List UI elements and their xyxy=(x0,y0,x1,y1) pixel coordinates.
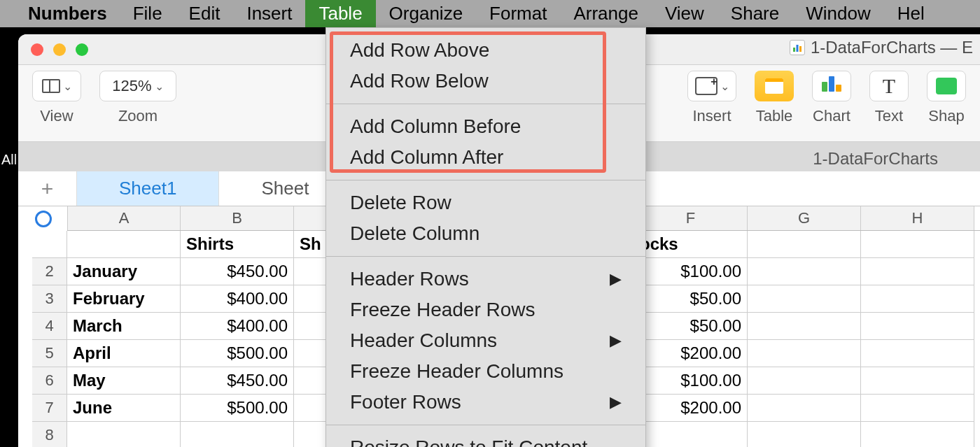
cell[interactable] xyxy=(861,367,974,395)
cell[interactable]: $450.00 xyxy=(181,367,294,395)
row-5[interactable]: 5 xyxy=(32,340,67,367)
col-B[interactable]: B xyxy=(181,206,294,230)
cell[interactable] xyxy=(748,258,861,285)
menu-footer-rows[interactable]: Footer Rows▶ xyxy=(326,387,645,418)
row-8[interactable]: 8 xyxy=(32,422,67,447)
cell[interactable]: ocks xyxy=(634,231,748,258)
cell[interactable]: June xyxy=(67,395,181,422)
document-title-text: 1-DataForCharts — E xyxy=(811,38,973,57)
cell[interactable]: February xyxy=(67,285,181,313)
tab-sheet1[interactable]: Sheet1 xyxy=(77,171,219,206)
menu-delete-column[interactable]: Delete Column xyxy=(326,218,645,249)
menubar: Numbers File Edit Insert Table Organize … xyxy=(0,0,980,27)
cell[interactable]: $500.00 xyxy=(181,395,294,422)
cell[interactable]: January xyxy=(67,258,181,285)
fullscreen-icon[interactable] xyxy=(76,43,88,56)
menu-help[interactable]: Hel xyxy=(884,0,938,27)
cell[interactable] xyxy=(748,395,861,422)
cell[interactable]: $200.00 xyxy=(634,340,748,367)
menu-add-column-before[interactable]: Add Column Before xyxy=(326,111,645,142)
menu-organize[interactable]: Organize xyxy=(376,0,477,27)
menu-header-rows[interactable]: Header Rows▶ xyxy=(326,264,645,295)
insert-button[interactable]: ⌄ xyxy=(687,71,736,101)
cell[interactable]: $200.00 xyxy=(634,395,748,422)
cell[interactable] xyxy=(748,422,861,447)
view-button[interactable]: ⌄ xyxy=(32,71,81,101)
cell[interactable] xyxy=(748,367,861,395)
menu-share[interactable]: Share xyxy=(718,0,792,27)
sheet-name-label: 1-DataForCharts xyxy=(813,149,938,169)
cell[interactable] xyxy=(748,231,861,258)
menu-add-row-below[interactable]: Add Row Below xyxy=(326,66,645,97)
cell[interactable] xyxy=(861,313,974,340)
chevron-down-icon: ⌄ xyxy=(155,80,164,93)
menu-table[interactable]: Table xyxy=(305,0,375,27)
table-menu-dropdown: Add Row Above Add Row Below Add Column B… xyxy=(326,27,646,447)
cell[interactable]: $50.00 xyxy=(634,285,748,313)
col-F[interactable]: F xyxy=(634,206,748,230)
cell[interactable] xyxy=(67,422,181,447)
cell[interactable] xyxy=(634,422,748,447)
menu-freeze-header-columns[interactable]: Freeze Header Columns xyxy=(326,356,645,387)
col-A[interactable]: A xyxy=(67,206,181,230)
cell[interactable]: $100.00 xyxy=(634,258,748,285)
text-button[interactable]: T xyxy=(869,71,909,101)
left-black-strip: All xyxy=(0,0,18,447)
row-7[interactable]: 7 xyxy=(32,395,67,422)
menu-insert[interactable]: Insert xyxy=(233,0,305,27)
cell[interactable] xyxy=(67,231,181,258)
cell[interactable] xyxy=(861,340,974,367)
minimize-icon[interactable] xyxy=(53,43,66,56)
cell[interactable] xyxy=(748,285,861,313)
col-H[interactable]: H xyxy=(861,206,974,230)
cell[interactable]: $50.00 xyxy=(634,313,748,340)
app-name[interactable]: Numbers xyxy=(0,3,120,24)
add-sheet-button[interactable]: + xyxy=(18,171,77,206)
zoom-button[interactable]: 125%⌄ xyxy=(99,71,176,101)
insert-icon xyxy=(695,77,718,95)
view-label: View xyxy=(40,107,73,125)
shape-button[interactable] xyxy=(927,71,966,101)
row-2[interactable]: 2 xyxy=(32,258,67,285)
row-3[interactable]: 3 xyxy=(32,285,67,313)
menu-edit[interactable]: Edit xyxy=(176,0,234,27)
menu-freeze-header-rows[interactable]: Freeze Header Rows xyxy=(326,295,645,325)
cell[interactable] xyxy=(861,285,974,313)
cell[interactable]: $400.00 xyxy=(181,313,294,340)
cell[interactable]: $400.00 xyxy=(181,285,294,313)
cell[interactable] xyxy=(861,231,974,258)
menu-window[interactable]: Window xyxy=(792,0,883,27)
cell[interactable]: May xyxy=(67,367,181,395)
menu-add-column-after[interactable]: Add Column After xyxy=(326,142,645,173)
cell[interactable] xyxy=(861,395,974,422)
row-6[interactable]: 6 xyxy=(32,367,67,395)
cell[interactable] xyxy=(748,313,861,340)
cell[interactable]: $100.00 xyxy=(634,367,748,395)
cell[interactable]: Shirts xyxy=(181,231,294,258)
cell[interactable]: March xyxy=(67,313,181,340)
menu-header-columns[interactable]: Header Columns▶ xyxy=(326,325,645,356)
cell[interactable]: $450.00 xyxy=(181,258,294,285)
traffic-lights xyxy=(31,43,88,56)
close-icon[interactable] xyxy=(31,43,43,56)
table-button[interactable] xyxy=(755,71,794,101)
menu-file[interactable]: File xyxy=(120,0,176,27)
chart-button[interactable] xyxy=(812,71,851,101)
menu-delete-row[interactable]: Delete Row xyxy=(326,187,645,218)
menu-view[interactable]: View xyxy=(652,0,718,27)
menu-arrange[interactable]: Arrange xyxy=(560,0,652,27)
chevron-down-icon: ⌄ xyxy=(720,80,729,93)
table-handle-icon[interactable] xyxy=(35,211,52,227)
cell[interactable] xyxy=(861,258,974,285)
menu-format[interactable]: Format xyxy=(476,0,560,27)
toolbar-view-group: ⌄ View xyxy=(32,71,81,125)
cell[interactable]: April xyxy=(67,340,181,367)
cell[interactable]: $500.00 xyxy=(181,340,294,367)
cell[interactable] xyxy=(748,340,861,367)
col-G[interactable]: G xyxy=(748,206,861,230)
menu-add-row-above[interactable]: Add Row Above xyxy=(326,35,645,66)
cell[interactable] xyxy=(181,422,294,447)
cell[interactable] xyxy=(861,422,974,447)
menu-resize-rows[interactable]: Resize Rows to Fit Content xyxy=(326,432,645,447)
row-4[interactable]: 4 xyxy=(32,313,67,340)
